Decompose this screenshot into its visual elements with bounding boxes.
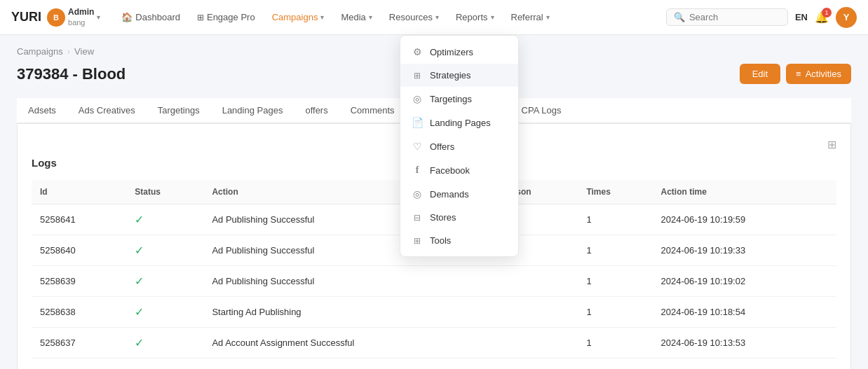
user-info: Admin bang: [68, 7, 94, 28]
nav-media[interactable]: Media ▾: [334, 8, 379, 27]
breadcrumb-campaigns[interactable]: Campaigns: [17, 46, 63, 57]
cell-id: 5258641: [32, 204, 126, 235]
media-chevron: ▾: [369, 13, 372, 21]
tab-visitors[interactable]: Comments: [339, 98, 406, 124]
notification-badge: 1: [822, 8, 832, 18]
cell-action-time: 2024-06-19 10:18:54: [652, 297, 836, 328]
dropdown-item-offers[interactable]: ♡ Offers: [400, 134, 518, 158]
dropdown-item-optimizers[interactable]: ⚙ Optimizers: [400, 40, 518, 64]
cell-action-time: 2024-06-19 10:19:02: [652, 266, 836, 297]
table-row: 5258639 ✓ Ad Publishing Successful 1 202…: [32, 266, 836, 297]
check-icon: ✓: [135, 306, 144, 318]
search-icon: 🔍: [674, 12, 685, 22]
resources-chevron: ▾: [435, 13, 439, 21]
dropdown-item-facebook[interactable]: f Facebook: [400, 158, 518, 182]
cell-action: Ad Publishing Successful: [203, 266, 492, 297]
nav-reports[interactable]: Reports ▾: [449, 8, 501, 27]
referral-chevron: ▾: [546, 13, 550, 21]
cell-times: 1: [578, 297, 652, 328]
col-action-time: Action time: [652, 180, 836, 204]
nav-referral[interactable]: Referral ▾: [504, 8, 557, 27]
activities-icon: ≡: [796, 69, 801, 79]
cell-status: ✓: [126, 297, 203, 328]
col-id: Id: [32, 180, 126, 204]
optimizers-icon: ⚙: [412, 46, 423, 57]
tab-landing-pages[interactable]: Landing Pages: [211, 98, 294, 124]
nav-right: 🔍 EN 🔔 1 Y: [666, 7, 857, 28]
reports-chevron: ▾: [491, 13, 494, 21]
cell-action-time: 2024-06-19 10:19:59: [652, 204, 836, 235]
tools-icon: ⊞: [412, 236, 423, 246]
edit-button[interactable]: Edit: [740, 64, 780, 84]
cell-id: 5258639: [32, 266, 126, 297]
notifications-button[interactable]: 🔔 1: [815, 11, 829, 24]
cell-action: Ad Account Assignment Successful: [203, 328, 492, 358]
cell-status: ✓: [126, 266, 203, 297]
cell-times: 1: [578, 266, 652, 297]
cell-times: 1: [578, 204, 652, 235]
landing-pages-icon: 📄: [412, 117, 423, 128]
col-status: Status: [126, 180, 203, 204]
offers-icon: ♡: [412, 141, 423, 152]
targetings-icon: ◎: [412, 93, 423, 104]
search-box[interactable]: 🔍: [666, 8, 788, 26]
cell-reason: [492, 266, 578, 297]
tab-targetings[interactable]: Targetings: [147, 98, 211, 124]
page-title: 379384 - Blood: [17, 65, 126, 83]
activities-button[interactable]: ≡ Activities: [786, 64, 851, 84]
grid-icon: ⊞: [197, 13, 204, 22]
user-name: Admin: [68, 7, 94, 18]
user-handle: bang: [68, 18, 94, 27]
cell-id: 5258637: [32, 328, 126, 358]
nav-resources[interactable]: Resources ▾: [382, 8, 446, 27]
user-badge: B: [47, 8, 65, 27]
cell-action-time: 2024-06-19 10:19:33: [652, 235, 836, 266]
cell-times: 1: [578, 235, 652, 266]
nav-engage-pro[interactable]: ⊞ Engage Pro: [190, 8, 262, 27]
tab-adsets[interactable]: Adsets: [17, 98, 67, 124]
breadcrumb-separator: ›: [67, 46, 70, 57]
cell-action: Starting Ad Publishing: [203, 297, 492, 328]
stores-icon: ⊟: [412, 213, 423, 223]
dropdown-item-demands[interactable]: ◎ Demands: [400, 182, 518, 206]
demands-icon: ◎: [412, 188, 423, 200]
tab-offers[interactable]: offers: [294, 98, 339, 124]
grid-view-icon[interactable]: ⊞: [827, 138, 836, 151]
cell-action-time: 2024-06-19 10:13:53: [652, 328, 836, 358]
check-icon: ✓: [135, 244, 144, 256]
dropdown-item-landing-pages[interactable]: 📄 Landing Pages: [400, 111, 518, 134]
user-avatar[interactable]: Y: [836, 7, 857, 28]
facebook-icon: f: [412, 165, 423, 176]
cell-reason: [492, 328, 578, 358]
campaigns-chevron: ▾: [320, 13, 324, 21]
app-logo: YURI: [11, 10, 41, 25]
nav-dashboard[interactable]: 🏠 Dashboard: [114, 8, 187, 27]
search-input[interactable]: [689, 12, 780, 22]
table-row: 5258637 ✓ Ad Account Assignment Successf…: [32, 328, 836, 358]
dropdown-item-tools[interactable]: ⊞ Tools: [400, 229, 518, 252]
check-icon: ✓: [135, 214, 144, 225]
cell-status: ✓: [126, 235, 203, 266]
dropdown-item-stores[interactable]: ⊟ Stores: [400, 206, 518, 229]
language-button[interactable]: EN: [795, 12, 808, 22]
check-icon: ✓: [135, 275, 144, 287]
nav-items: 🏠 Dashboard ⊞ Engage Pro Campaigns ▾ Med…: [114, 8, 666, 27]
cell-status: ✓: [126, 204, 203, 235]
cell-times: 1: [578, 328, 652, 358]
nav-campaigns[interactable]: Campaigns ▾: [265, 8, 332, 27]
user-dropdown-chevron[interactable]: ▾: [97, 13, 100, 21]
cell-id: 5258638: [32, 297, 126, 328]
resources-dropdown-menu: ⚙ Optimizers ⊞ Strategies ◎ Targetings 📄…: [400, 35, 519, 257]
breadcrumb-view: View: [74, 46, 94, 57]
cell-id: 5258640: [32, 235, 126, 266]
check-icon: ✓: [135, 337, 144, 349]
dropdown-item-targetings[interactable]: ◎ Targetings: [400, 87, 518, 111]
strategies-icon: ⊞: [412, 71, 423, 81]
col-times: Times: [578, 180, 652, 204]
table-row: 5258638 ✓ Starting Ad Publishing 1 2024-…: [32, 297, 836, 328]
cell-status: ✓: [126, 328, 203, 358]
tab-ads-creatives[interactable]: Ads Creatives: [67, 98, 147, 124]
header-actions: Edit ≡ Activities: [740, 64, 851, 84]
dropdown-item-strategies[interactable]: ⊞ Strategies: [400, 64, 518, 87]
tab-cpa-logs[interactable]: CPA Logs: [510, 98, 573, 124]
